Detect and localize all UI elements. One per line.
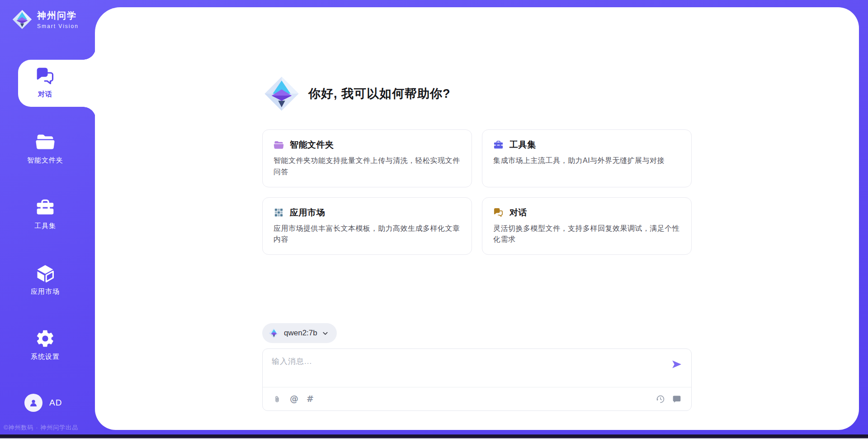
card-chat[interactable]: 对话 灵活切换多模型文件，支持多样回复效果调试，满足个性化需求 (482, 197, 692, 255)
model-name: qwen2:7b (284, 329, 317, 338)
card-app-market[interactable]: 应用市场 应用市场提供丰富长文本模板，助力高效生成多样化文章内容 (262, 197, 472, 255)
message-icon (672, 395, 681, 404)
message-mode-button[interactable] (672, 395, 681, 404)
grid-icon (274, 207, 284, 218)
send-icon (671, 359, 682, 370)
card-toolset[interactable]: 工具集 集成市场上主流工具，助力AI与外界无缝扩展与对接 (482, 129, 692, 187)
copyright-footer: ©神州数码 · 神州问学出品 (4, 424, 94, 432)
user-icon (28, 397, 39, 408)
briefcase-icon (493, 140, 504, 150)
brand-name: 神州问学 (37, 10, 79, 22)
avatar (24, 394, 42, 412)
topic-button[interactable]: # (307, 395, 314, 403)
card-title: 智能文件夹 (290, 139, 334, 151)
bottom-dark-strip (0, 434, 868, 438)
card-description: 智能文件夹功能支持批量文件上传与清洗，轻松实现文件问答 (274, 155, 461, 178)
brand-subtitle: Smart Vision (37, 23, 79, 29)
folder-icon (274, 140, 284, 150)
greeting-gem-icon (263, 75, 300, 112)
greeting-title: 你好, 我可以如何帮助你? (308, 86, 451, 102)
chat-icon (35, 66, 55, 86)
history-icon (656, 395, 665, 404)
sidebar-item-label: 对话 (38, 90, 52, 99)
sidebar-item-label: 工具集 (34, 222, 56, 230)
model-gem-icon (269, 328, 279, 339)
attachment-icon (273, 395, 282, 404)
history-button[interactable] (656, 395, 665, 404)
greeting: 你好, 我可以如何帮助你? (263, 75, 692, 112)
chat-icon (493, 207, 504, 218)
brand-gem-icon (12, 9, 33, 30)
composer: @ # (262, 348, 692, 411)
cube-icon (35, 263, 55, 283)
gear-icon (35, 329, 55, 348)
sidebar-item-smart-folder[interactable]: 智能文件夹 (0, 132, 90, 165)
folder-icon (35, 132, 55, 152)
sidebar-item-app-market[interactable]: 应用市场 (0, 263, 90, 296)
card-smart-folder[interactable]: 智能文件夹 智能文件夹功能支持批量文件上传与清洗，轻松实现文件问答 (262, 129, 472, 187)
sidebar-item-label: 智能文件夹 (27, 156, 63, 165)
feature-cards: 智能文件夹 智能文件夹功能支持批量文件上传与清洗，轻松实现文件问答 工具集 集成… (262, 129, 692, 255)
main-panel: 你好, 我可以如何帮助你? 智能文件夹 智能文件夹功能支持批量文件上传与清洗，轻… (95, 7, 859, 430)
send-button[interactable] (671, 359, 682, 371)
card-description: 灵活切换多模型文件，支持多样回复效果调试，满足个性化需求 (493, 223, 680, 246)
brand: 神州问学 Smart Vision (12, 9, 79, 30)
sidebar-item-toolset[interactable]: 工具集 (0, 198, 90, 230)
message-input[interactable] (272, 356, 667, 380)
card-title: 工具集 (509, 139, 536, 151)
sidebar-item-settings[interactable]: 系统设置 (0, 329, 90, 361)
sidebar-item-label: 应用市场 (31, 287, 60, 296)
sidebar-item-label: 系统设置 (31, 353, 60, 361)
sidebar: 神州问学 Smart Vision 对话 智能文件夹 工具集 应用市场 系统设置… (0, 0, 95, 439)
sidebar-item-chat[interactable]: 对话 (0, 66, 90, 99)
card-title: 对话 (509, 207, 527, 219)
user-name: AD (49, 398, 62, 408)
card-description: 应用市场提供丰富长文本模板，助力高效生成多样化文章内容 (274, 223, 461, 246)
card-description: 集成市场上主流工具，助力AI与外界无缝扩展与对接 (493, 155, 680, 167)
card-title: 应用市场 (290, 207, 325, 219)
attachment-button[interactable] (273, 395, 282, 404)
model-selector[interactable]: qwen2:7b (262, 323, 337, 343)
chevron-down-icon (322, 330, 329, 337)
toolbox-icon (35, 198, 55, 218)
user-account[interactable]: AD (24, 394, 62, 412)
mention-button[interactable]: @ (290, 395, 298, 403)
